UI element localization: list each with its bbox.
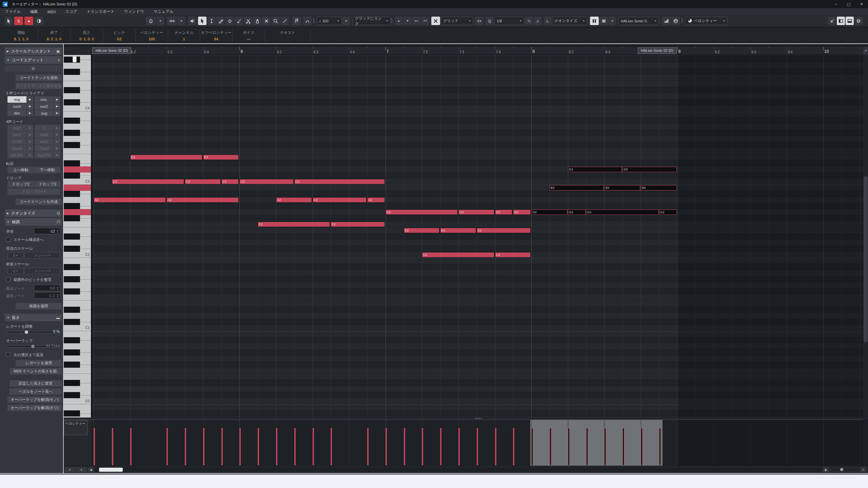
section-length[interactable]: ▼長さ▬	[5, 314, 62, 321]
quantize-preset-select[interactable]: 1/8▼	[494, 17, 524, 25]
section-scale-assistant[interactable]: ▶スケールアシスタント▣	[5, 47, 62, 55]
key-G2-highlighted[interactable]	[64, 209, 91, 215]
minimize-button[interactable]: ─	[829, 0, 842, 8]
grid-type-select-dropdown-icon[interactable]: ▼	[466, 20, 471, 22]
key-C#3-black[interactable]	[64, 172, 80, 179]
key-G#3-black[interactable]	[64, 130, 80, 136]
velocity-bar[interactable]	[203, 428, 204, 465]
delete-overlaps-poly-button[interactable]: オーバーラップを解消(ポリ)	[7, 405, 62, 411]
velocity-bar[interactable]	[386, 428, 387, 465]
velocity-bar[interactable]	[367, 428, 369, 465]
midi-note-C3[interactable]: C3	[239, 179, 293, 184]
info-field-4[interactable]: ベロシティー100	[136, 29, 168, 42]
length-quantize-letter[interactable]: L	[544, 17, 551, 25]
part-start-label[interactable]: HALion Sonic 02 (D)	[92, 47, 131, 54]
four-note-variant-arrow[interactable]: ▶	[26, 131, 33, 138]
tool-object-selection-button[interactable]	[198, 17, 206, 25]
record-in-editor-button[interactable]: ●	[24, 17, 33, 25]
four-note-m7b5[interactable]: m7/b5▶	[7, 138, 33, 145]
zoom-slider-thumb[interactable]	[840, 468, 843, 471]
key-C#0-black[interactable]	[64, 392, 80, 398]
velocity-bar-selected[interactable]	[659, 428, 661, 465]
time-warp-button[interactable]	[292, 17, 301, 25]
step-input-button[interactable]	[662, 17, 671, 25]
info-field-value[interactable]: 8. 2. 1. 0	[38, 37, 70, 41]
section-quantize[interactable]: ▶クオンタイズQ	[5, 209, 62, 217]
autoscroll-options-button[interactable]: ▼	[157, 17, 164, 25]
velocity-bar[interactable]	[313, 428, 314, 465]
toolbar-overflow-dots[interactable]: • • •	[682, 18, 683, 23]
key-A#2-black[interactable]	[64, 191, 80, 197]
menu-item-3[interactable]: スコア	[60, 9, 82, 14]
info-field-value[interactable]: —	[233, 37, 265, 41]
velocity-bar[interactable]	[513, 428, 514, 465]
scroll-right-button[interactable]: ▶	[823, 467, 829, 472]
setup-toolbar-button[interactable]	[854, 17, 863, 25]
grid-link-select[interactable]: グリッドにリンク▼	[353, 17, 391, 25]
toolbar-overflow-dots[interactable]: • • •	[313, 18, 314, 23]
extend-to-next-checkbox[interactable]	[6, 352, 11, 357]
velocity-bar[interactable]	[294, 428, 296, 465]
info-field-value[interactable]: 1	[168, 37, 200, 41]
match-chord-track-button[interactable]: コードトラックに合わせる	[16, 83, 62, 89]
grid-type-select[interactable]: グリッド▼	[441, 17, 473, 25]
info-field-value[interactable]: 100	[136, 37, 168, 41]
key-F#1-black[interactable]	[64, 288, 80, 294]
piano-keyboard[interactable]: C4C3C2C1C0	[64, 55, 91, 418]
highest-note-stepper[interactable]: G8▲ ▼	[34, 285, 60, 291]
current-scale-root-select[interactable]: E ▼	[7, 252, 24, 259]
splitter-handle-icon[interactable]: ••••	[472, 418, 486, 419]
midi-note-E3[interactable]: E3	[130, 155, 202, 160]
drop24-button[interactable]: ドロップ2 + 4	[7, 188, 60, 195]
move-down-octave-button[interactable]: ⏷⏷	[421, 17, 429, 25]
four-note-7[interactable]: 7▶	[35, 125, 60, 131]
info-field-value[interactable]: 64	[200, 37, 232, 41]
vertical-scrollbar-thumb[interactable]	[864, 176, 868, 342]
key-D#1-black[interactable]	[64, 307, 80, 313]
velocity-bar[interactable]	[422, 428, 423, 465]
midi-note-E2[interactable]: E2	[404, 228, 440, 233]
midi-input-button[interactable]	[671, 17, 680, 25]
midi-note-A2[interactable]: A2	[367, 197, 385, 203]
velocity-bar[interactable]	[440, 428, 441, 465]
new-scale-root-select[interactable]: E ▼	[7, 268, 24, 274]
four-note-variant-arrow[interactable]: ▶	[54, 125, 60, 131]
four-note-min7[interactable]: min7▶	[7, 131, 33, 138]
info-field-value[interactable]: 0. 1. 0. 0	[71, 37, 103, 41]
velocity-bar[interactable]	[221, 428, 223, 465]
move-down-inversion-button[interactable]: 下へ移動	[34, 167, 60, 173]
key-D#4-black[interactable]	[64, 87, 80, 93]
key-F#0-black[interactable]	[64, 362, 80, 368]
new-scale-type-select[interactable]: メジャー ▼	[24, 268, 60, 274]
info-field-value[interactable]: 8. 1. 1. 0	[5, 37, 38, 41]
triad-dim[interactable]: dim▶	[7, 110, 33, 116]
create-chord-event-button[interactable]: コードイベントを作成	[16, 199, 62, 205]
quantize-percent-button[interactable]: ⅟₈	[525, 17, 533, 25]
layers-options-button[interactable]: ▼	[609, 17, 616, 25]
zoom-slider[interactable]	[831, 469, 859, 470]
note-grid[interactable]: E3E3C3C3C3C3C3A2A2A2A2A2F2F2G2G2G2G2E2E2…	[91, 55, 863, 418]
solo-editor-button[interactable]: S	[14, 17, 23, 25]
show-left-zone-button[interactable]	[837, 17, 845, 25]
velocity-bar-selected[interactable]	[641, 428, 643, 465]
insert-velocity-options-button[interactable]: ▼	[342, 17, 350, 25]
midi-note-A2[interactable]: A2	[276, 197, 312, 203]
four-note-maj75[interactable]: maj7/#5▶	[35, 152, 60, 158]
section-chord-edit[interactable]: ▼コードエディット≡	[5, 56, 62, 64]
info-field-8[interactable]: テキスト	[265, 29, 311, 42]
lane-presets-button[interactable]: ▼	[76, 467, 87, 472]
transform-button[interactable]	[303, 17, 312, 25]
velocity-bar[interactable]	[185, 428, 186, 465]
event-layers-button[interactable]	[599, 17, 608, 25]
four-note-7sus4[interactable]: 7sus4▶	[7, 145, 33, 151]
info-field-3[interactable]: ピッチG2	[103, 29, 136, 42]
velocity-bar-selected[interactable]	[586, 428, 588, 465]
audition-button[interactable]	[188, 17, 197, 25]
tool-draw-button[interactable]	[216, 17, 225, 25]
midi-note-C2[interactable]: C2	[422, 252, 494, 258]
four-note-variant-arrow[interactable]: ▶	[54, 131, 60, 138]
midi-note-E3[interactable]: E3	[203, 155, 239, 160]
to-scale-notes-checkbox[interactable]	[6, 237, 11, 242]
legato-slider[interactable]: 0 %	[7, 329, 60, 335]
midi-note-A2[interactable]: A2	[166, 197, 239, 203]
